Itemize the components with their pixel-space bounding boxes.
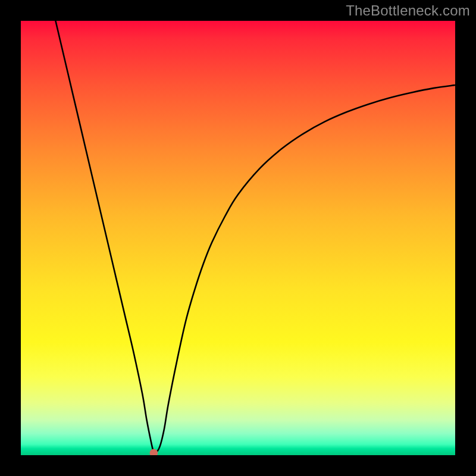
plot-area [21, 21, 455, 455]
curve-svg [21, 21, 455, 455]
watermark-text: TheBottleneck.com [346, 2, 470, 19]
optimal-point-marker [150, 449, 158, 455]
chart-frame: TheBottleneck.com [0, 0, 476, 476]
bottleneck-curve [55, 21, 455, 453]
